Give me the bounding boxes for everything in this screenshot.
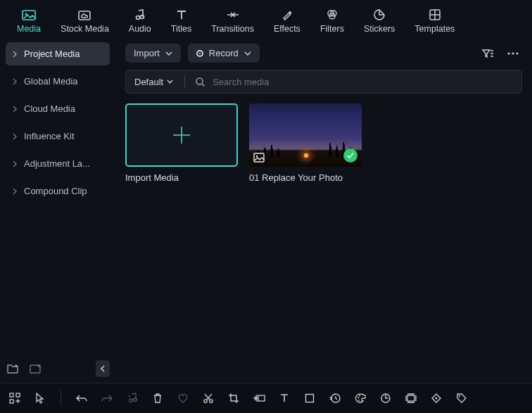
svg-point-32 (459, 395, 460, 397)
media-card-label: Import Media (125, 172, 238, 183)
tab-filters[interactable]: Filters (310, 4, 354, 37)
svg-point-19 (129, 399, 133, 402)
new-folder-button[interactable] (6, 362, 20, 376)
snap-button[interactable] (405, 392, 417, 405)
audio-icon (133, 8, 147, 22)
svg-rect-23 (258, 395, 265, 401)
record-label: Record (209, 48, 239, 58)
delete-button[interactable] (151, 392, 164, 405)
collapse-sidebar-button[interactable] (96, 360, 110, 377)
tab-stock-media[interactable]: Stock Media (51, 4, 119, 37)
import-media-card: Import Media (125, 103, 238, 183)
timeline-toolbar (0, 383, 532, 413)
svg-point-27 (359, 395, 360, 397)
tab-label: Effects (274, 24, 300, 34)
history-button[interactable] (329, 392, 341, 405)
tab-label: Stock Media (61, 24, 109, 34)
svg-rect-18 (10, 400, 13, 403)
search-scope-label: Default (134, 77, 163, 87)
tab-effects[interactable]: Effects (264, 4, 310, 37)
filter-sort-button[interactable] (479, 44, 497, 63)
sidebar-item-influence-kit[interactable]: Influence Kit (6, 125, 110, 148)
keyframe-button[interactable] (430, 392, 443, 405)
sidebar: Project Media Global Media Cloud Media I… (0, 37, 115, 383)
caret-right-icon (13, 160, 17, 167)
sidebar-item-global-media[interactable]: Global Media (6, 70, 110, 93)
sidebar-item-label: Cloud Media (24, 103, 75, 114)
undo-button[interactable] (75, 392, 88, 405)
sidebar-item-label: Global Media (24, 76, 78, 87)
search-scope-dropdown[interactable]: Default (130, 75, 177, 89)
color-palette-button[interactable] (354, 392, 367, 405)
svg-point-10 (507, 52, 509, 54)
mask-button[interactable] (303, 392, 316, 405)
tab-transitions[interactable]: Transitions (201, 4, 264, 37)
divider (61, 390, 61, 406)
sidebar-item-label: Influence Kit (24, 131, 75, 141)
search-input[interactable] (213, 77, 517, 87)
chevron-down-icon (167, 80, 173, 84)
tab-label: Audio (129, 24, 151, 34)
svg-rect-30 (407, 395, 414, 401)
caret-right-icon (13, 78, 17, 85)
svg-point-15 (256, 155, 258, 157)
record-dropdown[interactable]: Record (188, 44, 260, 63)
layout-presets-button[interactable] (8, 392, 21, 405)
tab-templates[interactable]: Templates (405, 4, 464, 37)
svg-point-13 (196, 78, 203, 84)
marker-button[interactable] (126, 392, 139, 405)
new-bin-button[interactable] (28, 362, 42, 376)
tab-titles[interactable]: Titles (161, 4, 201, 37)
trim-left-button[interactable] (253, 392, 265, 405)
favorite-button[interactable] (177, 392, 189, 405)
tab-label: Media (17, 24, 41, 34)
tag-button[interactable] (455, 392, 468, 405)
plus-icon (170, 123, 194, 147)
svg-point-11 (512, 52, 514, 54)
selection-tool-button[interactable] (34, 392, 46, 405)
sidebar-item-label: Project Media (24, 49, 80, 59)
redo-button[interactable] (101, 392, 113, 405)
media-icon (22, 8, 36, 22)
divider (184, 75, 185, 88)
caret-right-icon (13, 106, 17, 113)
titles-icon (175, 8, 189, 22)
search-bar: Default (125, 70, 522, 94)
import-media-button[interactable] (125, 103, 238, 167)
tab-label: Transitions (211, 24, 254, 34)
split-button[interactable] (202, 392, 215, 405)
image-type-icon (253, 153, 265, 163)
tab-label: Filters (320, 24, 344, 34)
transitions-icon (226, 8, 240, 22)
sidebar-item-cloud-media[interactable]: Cloud Media (6, 97, 110, 120)
record-icon (196, 50, 203, 57)
svg-point-3 (136, 15, 139, 19)
tab-media[interactable]: Media (7, 4, 51, 37)
svg-rect-17 (16, 393, 20, 397)
text-button[interactable] (278, 392, 291, 405)
crop-button[interactable] (227, 392, 240, 405)
speed-button[interactable] (379, 392, 392, 405)
cloud-media-icon (77, 8, 91, 22)
sidebar-item-label: Compound Clip (24, 186, 87, 196)
caret-right-icon (13, 51, 17, 58)
media-clip-card: 01 Replace Your Photo (249, 103, 362, 183)
svg-point-31 (436, 398, 438, 400)
tab-audio[interactable]: Audio (119, 4, 161, 37)
sidebar-item-project-media[interactable]: Project Media (6, 42, 110, 65)
tab-stickers[interactable]: Stickers (354, 4, 405, 37)
svg-rect-16 (10, 393, 13, 397)
search-icon (195, 77, 205, 87)
caret-right-icon (13, 133, 17, 140)
media-clip-thumbnail[interactable] (249, 103, 362, 167)
import-dropdown[interactable]: Import (125, 44, 181, 63)
more-options-button[interactable] (504, 44, 522, 63)
svg-rect-24 (306, 395, 314, 402)
sidebar-item-adjustment-layer[interactable]: Adjustment La... (6, 152, 110, 175)
stickers-icon (372, 8, 386, 22)
sidebar-item-compound-clip[interactable]: Compound Clip (6, 179, 110, 203)
svg-point-4 (140, 15, 144, 18)
media-toolbar: Import Record (125, 44, 522, 63)
svg-point-28 (358, 400, 360, 401)
tab-label: Titles (171, 24, 191, 34)
